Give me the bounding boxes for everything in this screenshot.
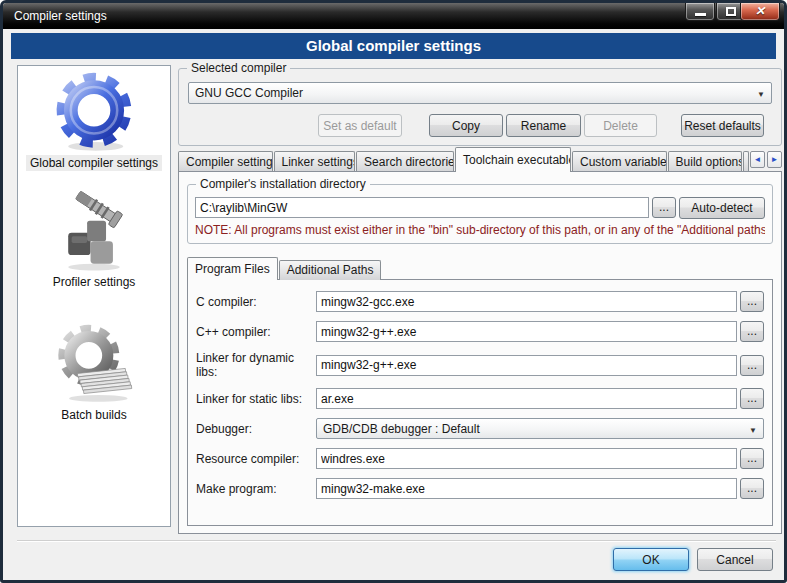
tab-search-directories[interactable]: Search directories — [356, 151, 454, 172]
cancel-button[interactable]: Cancel — [697, 548, 773, 571]
browse-make-program-button[interactable]: ... — [740, 478, 764, 499]
tab-scroll-right-button[interactable]: ► — [767, 151, 782, 168]
window-title: Compiler settings — [14, 9, 107, 23]
tab-linker-settings[interactable]: Linker settings — [274, 151, 356, 172]
field-label: Linker for static libs: — [196, 392, 316, 406]
cpp-compiler-input[interactable] — [316, 321, 737, 342]
installation-directory-group: Compiler's installation directory ... Au… — [187, 184, 773, 244]
settings-sidebar: Global compiler settings Profiler settin… — [17, 65, 171, 527]
subtab-additional-paths[interactable]: Additional Paths — [279, 260, 382, 280]
subtab-program-files[interactable]: Program Files — [187, 257, 278, 280]
sidebar-item-batch-builds[interactable]: Batch builds — [18, 321, 170, 423]
browse-c-compiler-button[interactable]: ... — [740, 291, 764, 312]
sidebar-item-label: Profiler settings — [49, 274, 140, 290]
browse-static-linker-button[interactable]: ... — [740, 388, 764, 409]
program-files-panel: C compiler: ... C++ compiler: ... Linker… — [187, 279, 773, 526]
sidebar-item-label: Batch builds — [57, 407, 130, 423]
tab-compiler-settings[interactable]: Compiler settings — [178, 151, 273, 172]
field-row-c-compiler: C compiler: ... — [196, 291, 764, 312]
auto-detect-button[interactable]: Auto-detect — [679, 197, 765, 219]
field-row-debugger: Debugger: GDB/CDB debugger : Default ▼ — [196, 418, 764, 439]
rename-button[interactable]: Rename — [506, 114, 581, 137]
close-button[interactable]: ✕ — [740, 3, 780, 21]
c-compiler-input[interactable] — [316, 291, 737, 312]
sidebar-item-label: Global compiler settings — [26, 155, 162, 171]
debugger-select-value: GDB/CDB debugger : Default — [323, 422, 480, 436]
reset-defaults-button[interactable]: Reset defaults — [681, 114, 764, 137]
installation-directory-input[interactable] — [195, 197, 649, 218]
field-label: Make program: — [196, 482, 316, 496]
tab-scroll-left-button[interactable]: ◄ — [750, 151, 765, 168]
make-program-input[interactable] — [316, 478, 737, 499]
field-row-cpp-compiler: C++ compiler: ... — [196, 321, 764, 342]
titlebar: Compiler settings ✕ — [3, 3, 784, 29]
maximize-icon — [726, 7, 736, 16]
field-row-static-linker: Linker for static libs: ... — [196, 388, 764, 409]
gray-gear-stack-icon — [51, 321, 137, 407]
dynamic-linker-input[interactable] — [316, 355, 737, 376]
caliper-icon — [51, 188, 137, 274]
compiler-select[interactable]: GNU GCC Compiler ▼ — [188, 82, 772, 104]
browse-dynamic-linker-button[interactable]: ... — [740, 355, 764, 376]
compiler-select-value: GNU GCC Compiler — [195, 86, 303, 100]
tab-build-options[interactable]: Build options — [668, 151, 742, 172]
static-linker-input[interactable] — [316, 388, 737, 409]
field-row-dynamic-linker: Linker for dynamic libs: ... — [196, 351, 764, 379]
compiler-buttons-row: Set as default Copy Rename Delete Reset … — [188, 114, 781, 137]
field-row-make-program: Make program: ... — [196, 478, 764, 499]
selected-compiler-label: Selected compiler — [187, 61, 290, 75]
page-title: Global compiler settings — [11, 33, 776, 59]
field-label: C compiler: — [196, 295, 316, 309]
main-content: Selected compiler GNU GCC Compiler ▼ Set… — [178, 65, 782, 533]
browse-resource-compiler-button[interactable]: ... — [740, 448, 764, 469]
sidebar-item-profiler-settings[interactable]: Profiler settings — [18, 188, 170, 290]
compiler-settings-dialog: Compiler settings ✕ Global compiler sett… — [0, 0, 787, 583]
field-label: Resource compiler: — [196, 452, 316, 466]
ok-button[interactable]: OK — [613, 548, 689, 571]
tab-toolchain-executables[interactable]: Toolchain executables — [455, 147, 571, 172]
tab-scroll-buttons: ◄ ► — [750, 151, 782, 168]
resource-compiler-input[interactable] — [316, 448, 737, 469]
tab-custom-variables[interactable]: Custom variables — [572, 151, 667, 172]
field-label: Debugger: — [196, 422, 316, 436]
field-label: Linker for dynamic libs: — [196, 351, 316, 379]
debugger-select[interactable]: GDB/CDB debugger : Default ▼ — [316, 418, 764, 439]
copy-button[interactable]: Copy — [429, 114, 503, 137]
browse-directory-button[interactable]: ... — [652, 197, 676, 218]
minimize-button[interactable] — [685, 3, 715, 21]
tab-overflow-clipped[interactable] — [743, 151, 749, 172]
installation-directory-label: Compiler's installation directory — [196, 177, 370, 191]
chevron-down-icon: ▼ — [749, 426, 757, 435]
selected-compiler-group: Selected compiler GNU GCC Compiler ▼ Set… — [178, 68, 782, 146]
field-label: C++ compiler: — [196, 325, 316, 339]
blue-gear-icon — [51, 69, 137, 155]
arrow-left-icon: ◄ — [754, 155, 762, 164]
settings-tabstrip: Compiler settings Linker settings Search… — [178, 147, 782, 172]
close-icon: ✕ — [741, 3, 779, 19]
arrow-right-icon: ► — [771, 155, 779, 164]
toolchain-executables-panel: Compiler's installation directory ... Au… — [178, 171, 782, 534]
minimize-icon — [695, 13, 706, 16]
bin-subdirectory-note: NOTE: All programs must exist either in … — [195, 223, 765, 237]
set-as-default-button[interactable]: Set as default — [318, 114, 402, 137]
sidebar-item-global-compiler-settings[interactable]: Global compiler settings — [18, 69, 170, 171]
browse-cpp-compiler-button[interactable]: ... — [740, 321, 764, 342]
program-files-subtabs: Program Files Additional Paths — [187, 257, 781, 280]
field-row-resource-compiler: Resource compiler: ... — [196, 448, 764, 469]
delete-button[interactable]: Delete — [584, 114, 657, 137]
chevron-down-icon: ▼ — [757, 90, 765, 99]
footer-divider — [17, 540, 776, 542]
